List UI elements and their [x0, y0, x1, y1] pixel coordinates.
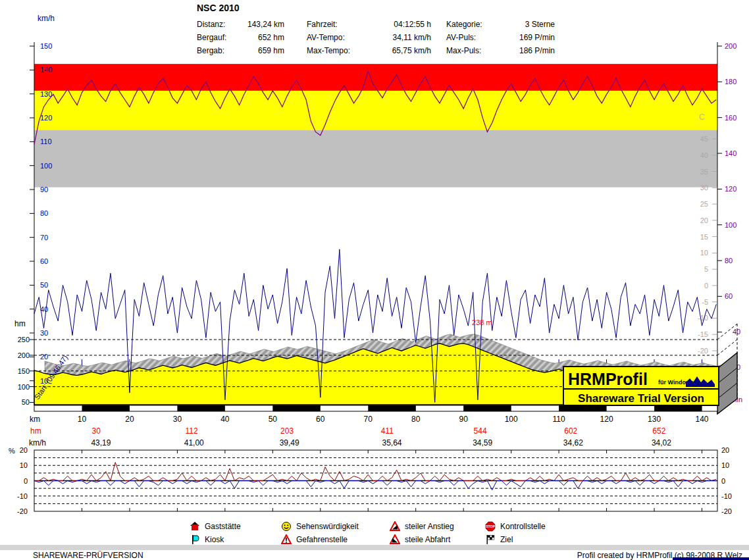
- svg-text:70: 70: [40, 234, 48, 242]
- svg-text:200: 200: [725, 42, 736, 50]
- svg-text:34,02: 34,02: [652, 438, 671, 447]
- smiley-icon: [281, 521, 292, 532]
- stop-icon: STOP: [485, 521, 496, 532]
- svg-text:-20: -20: [721, 507, 732, 515]
- svg-text:40: 40: [220, 415, 230, 424]
- svg-text:180: 180: [725, 78, 736, 86]
- svg-text:50: 50: [40, 281, 48, 289]
- svg-text:80: 80: [411, 415, 421, 424]
- legend-label: Gaststätte: [205, 522, 241, 531]
- svg-text:%: %: [9, 447, 15, 455]
- legend-label: Kontrollstelle: [500, 522, 546, 531]
- svg-text:60: 60: [725, 292, 733, 300]
- svg-text:160: 160: [725, 114, 736, 122]
- stats-column-1: Distanz:143,24 km Bergauf:652 hm Bergab:…: [197, 18, 284, 57]
- svg-text:150: 150: [18, 367, 30, 375]
- pulse-zone-gray: [34, 130, 717, 188]
- stat-value: 143,24 km: [247, 18, 284, 31]
- svg-text:20: 20: [700, 216, 708, 224]
- stats-column-2: Fahrzeit:04:12:55 h AV-Tempo:34,11 km/h …: [307, 18, 431, 57]
- svg-text:43,19: 43,19: [91, 438, 111, 447]
- stat-label: Kategorie:: [446, 18, 482, 31]
- svg-text:20: 20: [721, 446, 729, 454]
- stat-value: 04:12:55 h: [394, 18, 431, 31]
- legend-item-gefahrenstelle: Gefahrenstelle: [281, 534, 348, 545]
- svg-text:100: 100: [725, 221, 736, 229]
- finish-flag-icon: [485, 534, 496, 545]
- stat-value: 652 hm: [258, 31, 284, 44]
- stat-label: AV-Tempo:: [307, 31, 345, 44]
- svg-text:5: 5: [704, 265, 708, 273]
- warning-icon: [281, 534, 292, 545]
- legend-label: steile Abfahrt: [405, 535, 450, 544]
- legend-label: Ziel: [500, 535, 513, 544]
- svg-text:km/h: km/h: [38, 14, 55, 23]
- svg-text:100: 100: [18, 383, 30, 391]
- svg-text:15: 15: [700, 233, 708, 241]
- svg-text:34,59: 34,59: [473, 438, 492, 447]
- steep-climb-icon: [390, 521, 400, 532]
- svg-text:110: 110: [40, 138, 52, 145]
- legend-item-ziel: Ziel: [485, 534, 513, 545]
- svg-text:150: 150: [40, 42, 52, 50]
- svg-text:30: 30: [40, 329, 48, 337]
- window-corner-strip: [673, 557, 749, 560]
- svg-text:50: 50: [22, 398, 30, 406]
- svg-text:20: 20: [20, 446, 28, 454]
- svg-text:100: 100: [40, 162, 52, 170]
- pulse-zone-red: [34, 64, 717, 91]
- legend-label: Sehenswürdigkeit: [296, 522, 359, 531]
- svg-text:112: 112: [186, 426, 198, 436]
- svg-text:60: 60: [316, 415, 325, 424]
- legend-item-steile-abfahrt: steile Abfahrt: [390, 534, 450, 545]
- svg-text:STOP: STOP: [486, 524, 495, 528]
- kiosk-icon: [190, 534, 200, 545]
- svg-text:203: 203: [280, 426, 294, 436]
- svg-text:30: 30: [700, 184, 708, 191]
- svg-text:C: C: [699, 113, 705, 122]
- svg-text:130: 130: [648, 415, 661, 424]
- svg-text:30: 30: [173, 415, 182, 424]
- svg-text:90: 90: [459, 415, 469, 424]
- stat-value: 169 P/min: [519, 31, 555, 44]
- svg-text:40: 40: [733, 328, 740, 336]
- svg-text:25: 25: [700, 200, 708, 208]
- legend-item-steiler-anstieg: steiler Anstieg: [390, 521, 454, 532]
- svg-text:-10: -10: [721, 492, 732, 500]
- legend-item-kiosk: Kiosk: [190, 534, 224, 545]
- svg-text:10: 10: [78, 415, 87, 424]
- stat-label: Bergauf:: [197, 31, 226, 44]
- svg-text:10: 10: [721, 461, 729, 469]
- svg-text:120: 120: [40, 114, 52, 122]
- svg-text:-5: -5: [702, 298, 708, 306]
- svg-text:20: 20: [125, 415, 134, 424]
- svg-text:10: 10: [700, 249, 708, 257]
- svg-text:411: 411: [381, 426, 394, 436]
- stat-label: Fahrzeit:: [307, 18, 338, 31]
- svg-text:-20: -20: [17, 507, 28, 515]
- svg-text:30: 30: [92, 426, 101, 436]
- legend-label: Gefahrenstelle: [296, 535, 348, 544]
- steep-descent-icon: [390, 534, 400, 545]
- pulse-zone-yellow: [34, 91, 717, 130]
- svg-text:652: 652: [652, 426, 665, 436]
- svg-text:0: 0: [24, 477, 28, 485]
- svg-text:120: 120: [600, 415, 613, 424]
- svg-text:60: 60: [40, 257, 48, 265]
- svg-text:110: 110: [553, 415, 565, 424]
- stat-value: 3 Sterne: [525, 18, 555, 31]
- svg-text:40: 40: [700, 151, 708, 159]
- stat-label: Max-Tempo:: [307, 44, 350, 57]
- legend-item-kontrollstelle: STOP Kontrollstelle: [485, 521, 546, 532]
- svg-text:HRMProfil: HRMProfil: [568, 370, 648, 388]
- stat-value: 34,11 km/h: [393, 31, 431, 44]
- shareware-note: SHAREWARE-PRÜFVERSION: [33, 551, 143, 560]
- svg-text:250: 250: [18, 336, 30, 344]
- svg-text:km/h: km/h: [29, 438, 46, 447]
- svg-text:-10: -10: [698, 314, 708, 322]
- 3d-face: [717, 353, 737, 414]
- svg-text:35,64: 35,64: [382, 438, 401, 447]
- stats-column-3: Kategorie:3 Sterne AV-Puls:169 P/min Max…: [446, 18, 555, 57]
- svg-text:120: 120: [725, 185, 736, 193]
- svg-text:km: km: [30, 415, 40, 424]
